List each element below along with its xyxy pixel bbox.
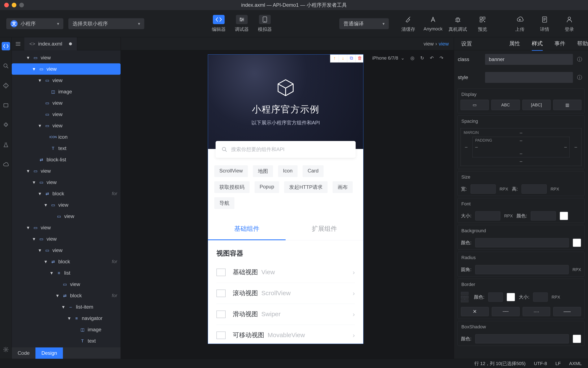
border-color-input[interactable] — [488, 293, 503, 302]
sel-up-icon[interactable]: ↑ — [330, 55, 339, 62]
tree-node[interactable]: ▾ ⇄ block for — [12, 188, 121, 199]
chip[interactable]: 导航 — [214, 197, 235, 209]
tree-node[interactable]: T text — [12, 143, 121, 154]
chip[interactable]: 发起HTTP请求 — [284, 181, 327, 193]
breadcrumb-item[interactable]: view — [439, 41, 449, 47]
file-tab[interactable]: <> index.axml — [24, 37, 77, 50]
rail-git-icon[interactable] — [2, 81, 10, 90]
rail-design-icon[interactable] — [2, 42, 10, 50]
bs-color-input[interactable] — [475, 334, 569, 343]
border-color-swatch[interactable] — [507, 293, 515, 301]
tree-node[interactable]: ▭ view — [12, 211, 121, 222]
login-button[interactable]: 登录 — [557, 15, 582, 33]
chip[interactable]: ScrollView — [214, 165, 248, 177]
tree-node[interactable]: ◫ image — [12, 86, 121, 97]
list-item[interactable]: 滑动视图 Swiper › — [217, 304, 355, 325]
border-dashed-button[interactable]: ┄┄ — [492, 307, 520, 316]
tree-node[interactable]: ▾ ▭ view — [12, 75, 121, 86]
outline-toggle-icon[interactable] — [12, 42, 24, 46]
rail-npm-icon[interactable] — [2, 101, 10, 110]
display-option[interactable]: [ABC] — [522, 100, 551, 110]
info-icon[interactable]: ⓘ — [577, 56, 582, 63]
undo-icon[interactable]: ↶ — [430, 55, 434, 61]
editor-button[interactable]: 编辑器 — [207, 15, 230, 33]
tree-node[interactable]: ▾ ▭ view — [12, 222, 121, 233]
redo-icon[interactable]: ↷ — [440, 55, 443, 61]
display-option[interactable]: ABC — [491, 100, 520, 110]
debugger-button[interactable]: 调试器 — [230, 15, 253, 33]
chip[interactable]: 获取授权码 — [214, 181, 250, 193]
search-bar[interactable]: 搜索你想要的组件和API — [216, 141, 356, 158]
radius-input[interactable] — [475, 265, 569, 274]
tree-node[interactable]: T text — [12, 335, 121, 347]
rail-extension-icon[interactable] — [2, 121, 10, 129]
tree-node[interactable]: ▾ ≡ list — [12, 267, 121, 279]
info-icon[interactable]: ⓘ — [577, 74, 582, 81]
chip[interactable]: 地图 — [253, 165, 273, 177]
box-model[interactable]: MARGIN – – – – PADDING – – – – — [461, 128, 581, 166]
refresh-icon[interactable]: ↻ — [420, 55, 424, 61]
tree-node[interactable]: ▾ ⇄ block for — [12, 256, 121, 267]
tree-node[interactable]: ▾ – list-item — [12, 301, 121, 313]
mode-code-button[interactable]: Code — [12, 348, 36, 359]
width-input[interactable] — [470, 184, 496, 194]
tree-node[interactable]: ▭ view — [12, 279, 121, 290]
border-none-button[interactable]: ✕ — [461, 307, 489, 316]
linked-app-select[interactable]: 选择关联小程序 ▾ — [68, 18, 144, 29]
tree-node[interactable]: ICON icon — [12, 131, 121, 143]
zoom-window-icon[interactable] — [19, 3, 24, 7]
minimize-window-icon[interactable] — [12, 3, 16, 7]
border-side-picker[interactable] — [461, 292, 469, 302]
tree-node[interactable]: ◫ image — [12, 324, 121, 335]
sel-down-icon[interactable]: ↓ — [339, 55, 347, 62]
bg-color-swatch[interactable] — [573, 239, 581, 247]
chip[interactable]: 画布 — [333, 181, 353, 193]
tree-node[interactable]: ▾ ▭ view — [12, 52, 121, 63]
display-option[interactable]: ▥ — [553, 100, 581, 110]
tree-node[interactable]: ▭ view — [12, 97, 121, 109]
tree-node[interactable]: ▭ view — [12, 109, 121, 120]
chip[interactable]: Popup — [254, 181, 279, 193]
preview-button[interactable]: 预览 — [470, 15, 495, 33]
tab-ext-components[interactable]: 扩展组件 — [286, 218, 363, 240]
font-color-swatch[interactable] — [560, 212, 568, 220]
list-item[interactable]: 滚动视图 ScrollView › — [217, 283, 355, 304]
tree-node[interactable]: ▾ ▭ view — [12, 177, 121, 188]
status-eol[interactable]: LF — [555, 361, 561, 366]
device-label[interactable]: iPhone 6/7/8 ⌄ — [372, 55, 405, 61]
height-input[interactable] — [522, 184, 547, 194]
tree-node[interactable]: ▾ ▭ view — [12, 63, 121, 75]
simulator-button[interactable]: 模拟器 — [253, 15, 276, 33]
close-window-icon[interactable] — [4, 3, 9, 7]
compile-select[interactable]: 普通编译 ▾ — [339, 18, 389, 29]
border-size-input[interactable] — [533, 293, 548, 302]
tree-node[interactable]: ▾ ⇄ block for — [12, 290, 121, 301]
bs-color-swatch[interactable] — [573, 335, 581, 343]
tree-node[interactable]: ▾ ≡ navigator — [12, 313, 121, 324]
upload-button[interactable]: 上传 — [507, 15, 532, 33]
settings-label[interactable]: 设置 — [461, 40, 472, 47]
target-icon[interactable]: ◎ — [410, 55, 414, 61]
rail-search-icon[interactable] — [2, 62, 10, 70]
border-solid-button[interactable]: ── — [553, 307, 581, 316]
real-debug-button[interactable]: 真机调试 — [445, 15, 470, 33]
clear-cache-button[interactable]: 清缓存 — [396, 15, 421, 33]
details-button[interactable]: 详情 — [532, 15, 557, 33]
bg-color-input[interactable] — [475, 238, 569, 247]
display-option[interactable]: ▭ — [461, 100, 489, 110]
font-size-input[interactable] — [475, 211, 500, 221]
tree-node[interactable]: ▾ ▭ view — [12, 199, 121, 211]
tree-node[interactable]: ▾ ▭ view — [12, 120, 121, 131]
status-position[interactable]: 行 12，列 10(已选择505) — [474, 360, 526, 367]
rail-cloud-icon[interactable] — [2, 160, 10, 169]
anymock-button[interactable]: Anymock — [421, 15, 445, 32]
rail-flask-icon[interactable] — [2, 141, 10, 149]
chip[interactable]: Card — [303, 165, 324, 177]
tree-node[interactable]: ▾ ▭ view — [12, 233, 121, 245]
tree-node[interactable]: ⇄ block-list — [12, 154, 121, 165]
breadcrumb-item[interactable]: view — [424, 41, 434, 47]
tree-node[interactable]: ▾ ▭ view — [12, 245, 121, 256]
class-input[interactable] — [485, 54, 573, 65]
app-type-select[interactable]: 支 小程序 ▾ — [6, 18, 63, 29]
border-dotted-button[interactable]: ···· — [523, 307, 551, 316]
